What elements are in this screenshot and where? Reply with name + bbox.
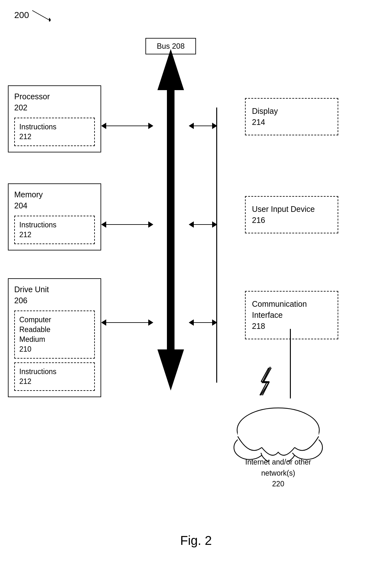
arrow-right-icon	[212, 319, 217, 326]
arrow-right-icon	[212, 221, 217, 228]
cloud-icon	[224, 398, 332, 462]
arrow-left-icon	[189, 123, 194, 129]
drive-unit-title: Drive Unit206	[14, 284, 95, 306]
cloud-container: Internet and/or othernetwork(s)220	[221, 398, 335, 490]
memory-box: Memory204 Instructions212	[8, 183, 101, 250]
arrow-left-icon	[101, 123, 106, 129]
svg-line-0	[32, 10, 49, 20]
arrow-left-icon	[189, 221, 194, 228]
arrow-left-icon	[101, 319, 106, 326]
arrow-left-icon	[101, 221, 106, 228]
comm-to-cloud-line	[290, 329, 291, 398]
display-bus-arrow	[189, 123, 217, 129]
arrow-right-icon	[148, 123, 153, 129]
computer-readable-medium-box: ComputerReadableMedium210	[14, 311, 95, 359]
drive-instructions-box: Instructions212	[14, 362, 95, 391]
diagram: 200 Bus 208 Processor202 Instructions212	[0, 0, 392, 573]
user-input-box: User Input Device216	[245, 196, 338, 233]
memory-bus-arrow-left	[101, 221, 153, 228]
figure-label: Fig. 2	[180, 533, 212, 548]
comm-interface-box: CommunicationInterface218	[245, 291, 338, 339]
user-input-bus-arrow	[189, 221, 217, 228]
lightning-icon	[253, 365, 278, 397]
arrow-right-icon	[148, 319, 153, 326]
arrow-right-icon	[148, 221, 153, 228]
bus-arrow-icon	[153, 49, 189, 391]
comm-interface-title: CommunicationInterface218	[252, 299, 331, 332]
figure-number: 200	[14, 10, 29, 20]
processor-instructions-box: Instructions212	[14, 118, 95, 146]
arrow-indicator-icon	[32, 9, 51, 22]
memory-title: Memory204	[14, 189, 95, 211]
comm-bus-arrow	[189, 319, 217, 326]
display-box: Display214	[245, 98, 338, 135]
arrow-left-icon	[189, 319, 194, 326]
processor-title: Processor202	[14, 91, 95, 113]
drive-bus-arrow-left	[101, 319, 153, 326]
user-input-title: User Input Device216	[252, 204, 331, 226]
memory-instructions-box: Instructions212	[14, 216, 95, 244]
arrow-right-icon	[212, 123, 217, 129]
display-title: Display214	[252, 106, 331, 128]
processor-bus-arrow	[101, 123, 153, 129]
svg-marker-3	[157, 90, 184, 391]
right-bus-line	[216, 108, 217, 383]
figure-number-area: 200	[14, 9, 51, 22]
svg-marker-1	[49, 18, 51, 22]
drive-unit-box: Drive Unit206 ComputerReadableMedium210 …	[8, 278, 101, 397]
processor-box: Processor202 Instructions212	[8, 85, 101, 152]
